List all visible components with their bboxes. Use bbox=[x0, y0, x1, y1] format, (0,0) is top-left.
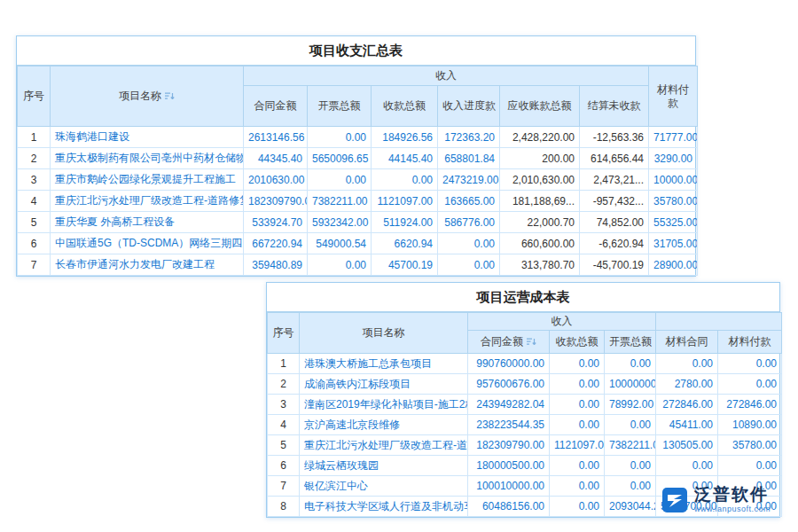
project-name-link[interactable]: 电子科技大学区域人行道及非机动车道工 bbox=[300, 497, 468, 517]
cell-value: 0.00 bbox=[656, 456, 718, 476]
cell-value: 74,852.00 bbox=[580, 212, 649, 233]
operating-cost-card: 项目运营成本表 序号 项目名称 收入 合同金额 收款总额 开票总额 bbox=[266, 282, 780, 518]
cell-value: 614,656.44 bbox=[580, 148, 649, 169]
cell-value: 163665.00 bbox=[438, 191, 500, 212]
column-header-contract-amount: 合同金额 bbox=[244, 86, 308, 127]
cell-value: 511924.00 bbox=[372, 212, 438, 233]
row-seq: 4 bbox=[18, 191, 51, 212]
row-seq: 3 bbox=[268, 395, 300, 415]
cell-value: 1121097.00 bbox=[372, 191, 438, 212]
cell-value: -12,563.36 bbox=[580, 127, 649, 148]
cell-value: 272846.00 bbox=[656, 395, 718, 415]
cell-value: 2613146.56 bbox=[244, 127, 308, 148]
cell-value: 586776.00 bbox=[438, 212, 500, 233]
cell-value: 1121097.00 bbox=[550, 435, 605, 456]
column-header-project-name: 项目名称 bbox=[300, 313, 468, 354]
sort-icon[interactable] bbox=[526, 337, 536, 347]
row-seq: 2 bbox=[268, 374, 300, 395]
cell-value: 0.00 bbox=[718, 456, 782, 476]
column-header-settlement-unpaid: 结算未收款 bbox=[580, 86, 649, 127]
cell-value: 0.00 bbox=[605, 415, 656, 435]
project-name-link[interactable]: 重庆华夏 外高桥工程设备 bbox=[51, 212, 244, 233]
row-seq: 6 bbox=[268, 456, 300, 476]
table-row: 6绿城云栖玫瑰园180000500.000.000.000.000.00 bbox=[268, 456, 782, 476]
row-seq: 1 bbox=[268, 354, 300, 374]
group-header-blank bbox=[656, 313, 782, 331]
table-row: 1港珠澳大桥施工总承包项目990760000.000.000.000.000.0… bbox=[268, 354, 782, 374]
group-header-income: 收入 bbox=[244, 66, 649, 86]
project-name-link[interactable]: 长春市伊通河水力发电厂改建工程 bbox=[51, 254, 244, 276]
cell-value: 28900.00 bbox=[649, 254, 698, 276]
cell-value: -6,620.94 bbox=[580, 233, 649, 254]
column-header-income-progress: 收入进度款 bbox=[438, 86, 500, 127]
row-seq: 5 bbox=[18, 212, 51, 233]
table2-title: 项目运营成本表 bbox=[267, 283, 779, 312]
row-seq: 7 bbox=[18, 254, 51, 276]
cell-value: 533924.70 bbox=[244, 212, 308, 233]
project-name-link[interactable]: 重庆江北污水处理厂级改造工程-道路修复 bbox=[300, 435, 468, 456]
project-name-link[interactable]: 中国联通5G（TD-SCDMA）网络三期四川 bbox=[51, 233, 244, 254]
cell-value: 243949282.04 bbox=[468, 395, 550, 415]
table-row: 4重庆江北污水处理厂级改造工程-道路修复工182309790.007382211… bbox=[18, 191, 698, 212]
cell-value: 0.00 bbox=[550, 497, 605, 517]
sort-icon[interactable] bbox=[164, 91, 175, 101]
income-expense-summary-table: 序号 项目名称 收入 材料付款 合同金额 开票总额 收款总额 收入进度款 应收账… bbox=[17, 66, 698, 276]
cell-value: 0.00 bbox=[656, 354, 718, 374]
cell-value: 0.00 bbox=[550, 374, 605, 395]
project-name-link[interactable]: 重庆江北污水处理厂级改造工程-道路修复工 bbox=[51, 191, 244, 212]
project-name-link[interactable]: 绿城云栖玫瑰园 bbox=[300, 456, 468, 476]
cell-value: 181,188,69... bbox=[500, 191, 580, 212]
cell-value: 35780.00 bbox=[718, 435, 782, 456]
cell-value: 238223544.35 bbox=[468, 415, 550, 435]
table-row: 2成渝高铁内江标段项目957600676.000.0010000000.0027… bbox=[268, 374, 782, 395]
column-header-material-contract: 材料合同 bbox=[656, 331, 718, 354]
table-row: 6中国联通5G（TD-SCDMA）网络三期四川667220.94549000.5… bbox=[18, 233, 698, 254]
cell-value: 44145.40 bbox=[372, 148, 438, 169]
column-header-collection-total: 收款总额 bbox=[550, 331, 605, 354]
fanpu-logo-link[interactable]: 泛普软件 www.lanpusoft.com bbox=[661, 486, 771, 513]
cell-value: 0.00 bbox=[308, 127, 372, 148]
table1-title: 项目收支汇总表 bbox=[17, 36, 695, 66]
column-header-material-payment: 材料付款 bbox=[649, 66, 698, 127]
cell-value: 182309790.00 bbox=[468, 435, 550, 456]
cell-value: 60486156.00 bbox=[468, 497, 550, 517]
cell-value: 3290.00 bbox=[649, 148, 698, 169]
row-seq: 8 bbox=[268, 497, 300, 517]
fanpu-logo-url: www.lanpusoft.com bbox=[694, 505, 771, 513]
cell-value: 31705.00 bbox=[649, 233, 698, 254]
cell-value: 0.00 bbox=[718, 354, 782, 374]
cell-value: 0.00 bbox=[550, 476, 605, 497]
cell-value: 78992.00 bbox=[605, 395, 656, 415]
cell-value: 0.00 bbox=[308, 169, 372, 191]
project-name-link[interactable]: 潼南区2019年绿化补贴项目-施工2标段 bbox=[300, 395, 468, 415]
project-name-link[interactable]: 重庆太极制药有限公司亳州中药材仓储物流 bbox=[51, 148, 244, 169]
project-name-link[interactable]: 京沪高速北京段维修 bbox=[300, 415, 468, 435]
cell-value: 10000000.00 bbox=[605, 374, 656, 395]
cell-value: 100010000.00 bbox=[468, 476, 550, 497]
cell-value: 55325.00 bbox=[649, 212, 698, 233]
cell-value: 10890.00 bbox=[718, 415, 782, 435]
cell-value: 0.00 bbox=[605, 476, 656, 497]
table-row: 3重庆市鹅岭公园绿化景观提升工程施工2010630.000.000.002473… bbox=[18, 169, 698, 191]
cell-value: 0.00 bbox=[550, 415, 605, 435]
cell-value: 359480.89 bbox=[244, 254, 308, 276]
cell-value: 7382211.00 bbox=[308, 191, 372, 212]
table-row: 2重庆太极制药有限公司亳州中药材仓储物流44345.405650096.6544… bbox=[18, 148, 698, 169]
cell-value: 660,600.00 bbox=[500, 233, 580, 254]
project-name-link[interactable]: 珠海鹤港口建设 bbox=[51, 127, 244, 148]
project-name-link[interactable]: 港珠澳大桥施工总承包项目 bbox=[300, 354, 468, 374]
cell-value: 45411.00 bbox=[656, 415, 718, 435]
cell-value: 45700.19 bbox=[372, 254, 438, 276]
table-row: 7长春市伊通河水力发电厂改建工程359480.890.0045700.190.0… bbox=[18, 254, 698, 276]
project-name-link[interactable]: 成渝高铁内江标段项目 bbox=[300, 374, 468, 395]
project-name-link[interactable]: 银亿滨江中心 bbox=[300, 476, 468, 497]
cell-value: 22,000.70 bbox=[500, 212, 580, 233]
income-expense-summary-card: 项目收支汇总表 序号 项目名称 收入 材料付款 合同金额 开票总额 bbox=[16, 35, 696, 277]
project-name-link[interactable]: 重庆市鹅岭公园绿化景观提升工程施工 bbox=[51, 169, 244, 191]
group-header-income: 收入 bbox=[468, 313, 656, 331]
table-row: 5重庆江北污水处理厂级改造工程-道路修复182309790.001121097.… bbox=[268, 435, 782, 456]
row-seq: 7 bbox=[268, 476, 300, 497]
cell-value: 35780.00 bbox=[649, 191, 698, 212]
contract-amount-header-label: 合同金额 bbox=[481, 335, 523, 348]
cell-value: -45,700.19 bbox=[580, 254, 649, 276]
